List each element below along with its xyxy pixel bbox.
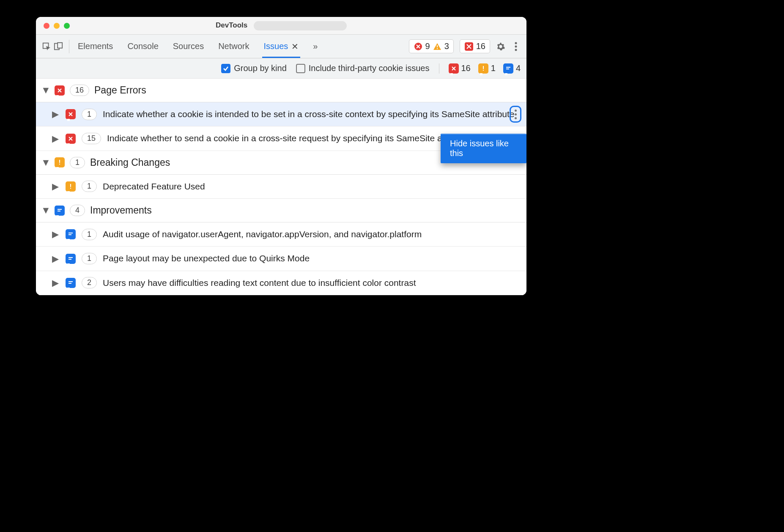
svg-rect-18: [58, 209, 62, 210]
svg-rect-25: [69, 283, 71, 284]
window-title: DevTools: [216, 21, 247, 29]
svg-rect-21: [69, 234, 71, 235]
tab-console[interactable]: Console: [127, 41, 158, 52]
devtools-toolbar: Elements Console Sources Network Issues …: [36, 35, 526, 58]
issues-count[interactable]: 16: [460, 39, 490, 53]
issues-subbar: Group by kind Include third-party cookie…: [36, 58, 526, 79]
count-pill: 15: [82, 133, 101, 144]
svg-rect-12: [506, 67, 510, 68]
count-pill: 1: [82, 181, 97, 192]
devtools-window: DevTools Elements Console Sources Networ…: [36, 17, 526, 295]
issue-title: Indicate whether a cookie is intended to…: [103, 108, 520, 120]
warning-triangle-icon: [433, 42, 442, 51]
issue-row-contrast[interactable]: ▶2Users may have difficulties reading te…: [36, 271, 526, 295]
issue-title: Deprecated Feature Used: [103, 181, 520, 192]
svg-rect-13: [506, 69, 509, 69]
svg-rect-16: [70, 184, 71, 187]
error-badge-icon: [464, 42, 474, 51]
tab-sources[interactable]: Sources: [173, 41, 204, 52]
hide-issue-popover[interactable]: Hide issues like this: [441, 134, 526, 163]
svg-point-8: [515, 45, 517, 47]
issue-row-ua[interactable]: ▶1Audit usage of navigator.userAgent, na…: [36, 222, 526, 247]
issue-group-improvements[interactable]: ▼4Improvements: [36, 199, 526, 222]
info-badge-icon: [66, 278, 76, 288]
row-menu-button[interactable]: [510, 106, 521, 123]
count-pill: 1: [70, 157, 85, 168]
panel-tabs: Elements Console Sources Network Issues …: [78, 41, 318, 52]
checked-icon: [221, 64, 230, 73]
kebab-menu-icon[interactable]: [511, 42, 521, 51]
tab-elements[interactable]: Elements: [78, 41, 113, 52]
chevron-down-icon: ▼: [41, 85, 49, 96]
close-window-button[interactable]: [44, 23, 49, 29]
group-by-kind-checkbox[interactable]: Group by kind: [221, 63, 287, 73]
include-thirdparty-checkbox[interactable]: Include third-party cookie issues: [296, 63, 430, 73]
info-count: 4: [503, 63, 521, 74]
warn-count: 1: [478, 63, 496, 74]
svg-rect-4: [437, 45, 438, 47]
svg-rect-24: [69, 281, 73, 282]
console-counts[interactable]: 9 3: [409, 39, 454, 53]
svg-point-9: [515, 49, 517, 51]
chevron-down-icon: ▼: [41, 157, 49, 168]
count-pill: 1: [82, 253, 97, 264]
error-circle-icon: [414, 42, 423, 51]
window-title-wrap: DevTools: [36, 21, 526, 30]
svg-rect-15: [59, 164, 60, 165]
issue-title: Users may have difficulties reading text…: [103, 277, 520, 289]
svg-rect-20: [69, 233, 73, 233]
chevron-right-icon: ▶: [51, 181, 60, 192]
device-toolbar-icon[interactable]: [54, 42, 63, 51]
svg-rect-14: [59, 160, 60, 163]
count-pill: 1: [82, 109, 97, 120]
error-badge-icon: [66, 109, 76, 119]
traffic-lights: [44, 23, 70, 29]
maximize-window-button[interactable]: [64, 23, 70, 29]
count-pill: 1: [82, 229, 97, 240]
count-pill: 2: [82, 277, 97, 288]
group-label: Page Errors: [94, 85, 146, 96]
error-badge-icon: [449, 63, 459, 74]
chevron-right-icon: ▶: [51, 229, 60, 239]
svg-rect-5: [437, 48, 438, 49]
gear-icon[interactable]: [496, 42, 505, 51]
error-badge-icon: [66, 134, 76, 144]
window-title-pill: [254, 21, 347, 30]
chevron-right-icon: ▶: [51, 254, 60, 264]
svg-rect-23: [69, 259, 71, 260]
issue-title: Page layout may be unexpected due to Qui…: [103, 252, 520, 264]
issue-row-deprecated[interactable]: ▶1Deprecated Feature Used: [36, 175, 526, 199]
info-badge-icon: [55, 206, 65, 216]
toolbar-right: 9 3 16: [409, 39, 521, 53]
err-count: 16: [449, 63, 471, 74]
separator: [69, 40, 69, 53]
warning-badge-icon: [478, 63, 488, 74]
warning-badge-icon: [55, 157, 65, 167]
inspect-element-icon[interactable]: [42, 42, 51, 51]
svg-rect-22: [69, 257, 73, 258]
minimize-window-button[interactable]: [54, 23, 60, 29]
info-badge-icon: [66, 254, 76, 264]
error-badge-icon: [55, 85, 65, 96]
info-badge-icon: [66, 229, 76, 239]
svg-rect-10: [483, 66, 484, 69]
tab-network[interactable]: Network: [218, 41, 249, 52]
svg-point-7: [515, 42, 517, 44]
issue-row-cookie-set[interactable]: ▶1Indicate whether a cookie is intended …: [36, 102, 526, 126]
chevron-down-icon: ▼: [41, 205, 49, 216]
chevron-right-icon: ▶: [51, 278, 60, 288]
window-titlebar: DevTools: [36, 17, 526, 35]
issue-title: Audit usage of navigator.userAgent, navi…: [103, 228, 520, 240]
count-pill: 4: [70, 205, 85, 216]
unchecked-icon: [296, 64, 305, 73]
svg-rect-2: [58, 42, 62, 48]
chevron-right-icon: ▶: [51, 134, 60, 144]
issue-row-quirks[interactable]: ▶1Page layout may be unexpected due to Q…: [36, 247, 526, 271]
tab-issues[interactable]: Issues ✕: [264, 41, 299, 52]
issue-group-page-errors[interactable]: ▼16Page Errors: [36, 79, 526, 102]
count-pill: 16: [70, 85, 89, 96]
svg-rect-11: [483, 70, 484, 71]
tab-overflow-icon[interactable]: »: [313, 41, 318, 52]
warning-badge-icon: [66, 181, 76, 192]
close-tab-icon[interactable]: ✕: [291, 41, 299, 52]
